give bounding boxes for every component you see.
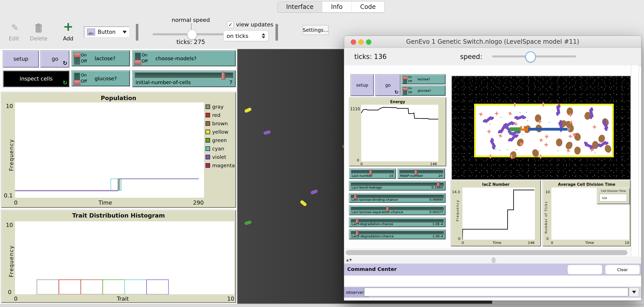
clear-button[interactable]: Clear bbox=[605, 265, 640, 274]
dna-segment-gene bbox=[528, 128, 567, 131]
slider-track[interactable] bbox=[135, 73, 233, 78]
export-button[interactable] bbox=[567, 265, 602, 274]
ticks-counter: ticks: 275 bbox=[158, 39, 224, 45]
view-updates-checkbox[interactable]: ✓ bbox=[227, 21, 234, 28]
switch-label: glucose? bbox=[95, 71, 117, 86]
legend-swatch bbox=[206, 130, 210, 134]
slider-handle[interactable] bbox=[222, 72, 225, 80]
rnap-number-slider[interactable]: RNAP-number20 bbox=[398, 169, 445, 179]
edit-pencil-icon[interactable]: ✎ bbox=[11, 22, 19, 33]
add-plus-icon[interactable]: + bbox=[63, 21, 73, 32]
laci-lactose-separation-chance-slider[interactable]: LacI-lactose-separation-chance0.00377 bbox=[349, 206, 445, 215]
y-axis-label: Frequency bbox=[8, 139, 14, 171]
tab-interface[interactable]: Interface bbox=[277, 2, 322, 12]
speed-slider-thumb[interactable] bbox=[525, 51, 536, 63]
lactose-molecule bbox=[507, 110, 514, 117]
bacterium-cell bbox=[244, 220, 252, 225]
laci-number-slider[interactable]: LacI-number15 bbox=[349, 169, 396, 179]
interface-canvas: setup go↻ inspect cells↻ OnOff lactose? … bbox=[0, 48, 237, 304]
lacy-transporter bbox=[514, 103, 516, 106]
add-button[interactable]: Add bbox=[58, 36, 78, 42]
command-center-splitter[interactable]: ▲▼ bbox=[344, 256, 641, 264]
command-history-dropdown[interactable] bbox=[629, 287, 639, 297]
legend-item-cyan: cyan bbox=[206, 144, 236, 153]
choose-models-switch[interactable]: OnOff choose-models? bbox=[133, 51, 236, 66]
mrna-speck bbox=[595, 152, 595, 153]
legend-swatch bbox=[206, 163, 210, 168]
command-input[interactable] bbox=[364, 287, 628, 297]
scrollbar-thumb[interactable] bbox=[346, 250, 627, 255]
legend-item-brown: brown bbox=[206, 119, 236, 128]
window-titlebar[interactable]: GenEvo 1 Genetic Switch.nlogo (LevelSpac… bbox=[344, 36, 641, 48]
chevron-down-icon bbox=[262, 36, 265, 38]
switch-knob[interactable] bbox=[403, 76, 407, 80]
x-axis-label: Time bbox=[493, 241, 501, 245]
splitter-arrows-icon[interactable]: ▲▼ bbox=[346, 258, 352, 262]
trash-icon[interactable] bbox=[35, 23, 42, 32]
initial-number-of-cells-slider[interactable]: initial-number-of-cells7 bbox=[133, 71, 236, 87]
switch-knob[interactable] bbox=[74, 80, 80, 85]
setup-button[interactable]: setup bbox=[351, 74, 374, 96]
switch-knob[interactable] bbox=[74, 53, 80, 57]
netlogo-app: Interface Info Code ✎ Edit Delete + Add … bbox=[0, 0, 644, 307]
mrna-speck bbox=[549, 122, 550, 123]
tab-code[interactable]: Code bbox=[352, 2, 384, 12]
command-center-output bbox=[344, 275, 641, 287]
laci-protein bbox=[556, 105, 561, 114]
settings-button[interactable]: Settings… bbox=[303, 25, 329, 35]
switch-knob[interactable] bbox=[403, 87, 407, 91]
dropdown-arrow-icon bbox=[632, 291, 636, 294]
edit-button[interactable]: Edit bbox=[5, 36, 23, 42]
setup-button[interactable]: setup bbox=[3, 51, 39, 67]
plot-title: Population bbox=[2, 95, 235, 101]
rnap-molecule bbox=[509, 150, 517, 160]
horizontal-scrollbar[interactable] bbox=[344, 249, 631, 257]
laci-lactose-binding-chance-slider[interactable]: LacI-lactose-binding-chance0.99990 bbox=[349, 193, 445, 203]
vertical-scrollbar[interactable] bbox=[631, 65, 639, 284]
speed-slider-label: speed: bbox=[460, 53, 482, 60]
update-mode-dropdown[interactable]: on ticks bbox=[223, 30, 269, 41]
app-bottom-edge bbox=[0, 304, 644, 307]
plot-legend: grayredbrownyellowgreencyanvioletmagenta bbox=[206, 102, 236, 170]
inspect-cells-button[interactable]: inspect cells↻ bbox=[3, 71, 69, 87]
lactose-molecule bbox=[544, 142, 549, 147]
legend-item-gray: gray bbox=[206, 102, 236, 111]
splitter-handle-icon[interactable] bbox=[492, 257, 495, 263]
mrna-speck bbox=[558, 150, 558, 151]
glucose-switch[interactable]: OnOff glucose? bbox=[72, 71, 130, 86]
glucose-switch[interactable]: OnOff glucose? bbox=[401, 86, 445, 96]
mrna-speck bbox=[495, 149, 496, 149]
lactose-molecule bbox=[478, 111, 484, 117]
laci-protein bbox=[484, 116, 493, 123]
legend-item-green: green bbox=[206, 136, 236, 144]
delete-button[interactable]: Delete bbox=[28, 36, 49, 42]
lacy-transporter bbox=[490, 155, 491, 158]
speed-slider-thumb[interactable] bbox=[187, 29, 197, 40]
go-button[interactable]: go↻ bbox=[41, 51, 69, 67]
mrna-speck bbox=[522, 134, 523, 135]
switch-label: lactose? bbox=[95, 51, 115, 66]
legend-swatch bbox=[206, 104, 210, 109]
legend-swatch bbox=[206, 138, 210, 143]
lacz-degradation-chance-slider[interactable]: LacZ-degradation-chance1.0E-4 bbox=[349, 230, 445, 239]
lactose-switch[interactable]: OnOff lactose? bbox=[72, 51, 130, 66]
widget-type-dropdown[interactable]: abc Button bbox=[84, 26, 130, 38]
switch-label: choose-models? bbox=[155, 51, 196, 66]
tab-info[interactable]: Info bbox=[322, 2, 351, 12]
cell-membrane bbox=[474, 104, 614, 157]
x-axis-label: Time bbox=[98, 199, 112, 206]
go-button[interactable]: go↻ bbox=[375, 74, 400, 96]
plot-canvas bbox=[15, 102, 204, 198]
lactose-molecule bbox=[544, 134, 550, 140]
switch-track bbox=[135, 53, 141, 65]
mrna-speck bbox=[526, 112, 527, 113]
rnap-molecule bbox=[604, 144, 612, 153]
rnap-molecule bbox=[556, 139, 562, 146]
lacy-degradation-chance-slider[interactable]: LacY-degradation-chance1.0E-4 bbox=[349, 218, 445, 227]
speed-slider-label: normal speed bbox=[158, 17, 224, 23]
laci-bond-leakage-slider[interactable]: LacI-bond-leakage0.1000 bbox=[349, 181, 445, 190]
mrna-speck bbox=[490, 124, 490, 125]
lactose-switch[interactable]: OnOff lactose? bbox=[401, 74, 445, 84]
switch-knob[interactable] bbox=[135, 60, 141, 65]
toolbar-separator bbox=[136, 24, 138, 41]
